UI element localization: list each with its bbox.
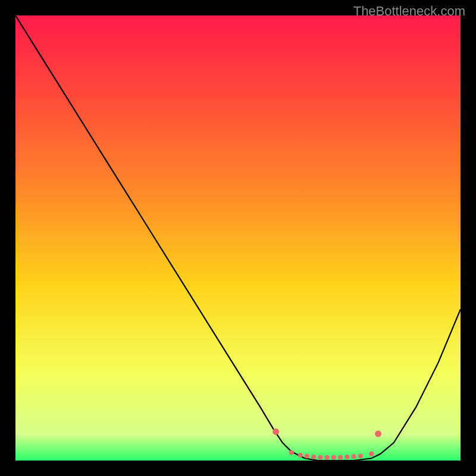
optimal-dot [358,454,363,459]
watermark-text: TheBottleneck.com [353,4,465,19]
chart-frame [15,15,461,461]
optimal-dot [305,454,309,459]
optimal-dot [369,452,374,456]
optimal-dot [338,455,343,460]
optimal-dot [325,455,330,460]
optimal-dot [345,455,349,459]
optimal-dot [273,428,279,435]
optimal-dot [352,454,356,459]
optimal-dot [311,455,316,459]
optimal-dot [331,455,336,460]
optimal-dot [375,431,381,437]
optimal-dot [318,455,322,460]
gradient-background [15,15,461,461]
optimal-dot [298,453,303,458]
chart-svg [15,15,461,461]
plot-area [15,15,461,461]
optimal-dot [289,450,294,455]
